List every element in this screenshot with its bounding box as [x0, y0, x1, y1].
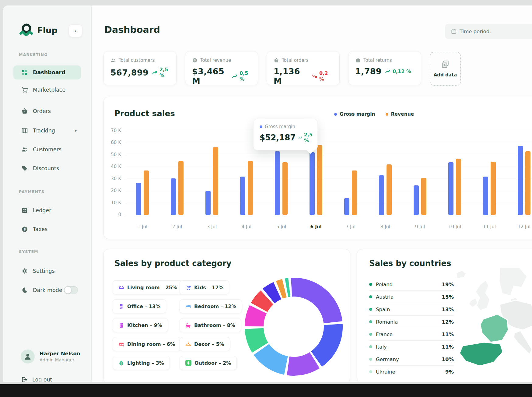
bar-gross-margin-2-Jul[interactable] [171, 178, 176, 215]
country-name: Austria [376, 294, 394, 300]
gridline [125, 215, 532, 215]
bar-revenue-1-Jul[interactable] [144, 170, 149, 215]
bar-revenue-8-Jul[interactable] [387, 164, 392, 215]
chevron-down-icon[interactable]: ▾ [75, 128, 77, 133]
dark-mode-toggle[interactable] [64, 286, 78, 294]
sidebar-collapse-button[interactable]: ‹ [69, 24, 82, 37]
country-name: Poland [376, 282, 393, 287]
bar-gross-margin-1-Jul[interactable] [136, 183, 141, 215]
sofa-icon [118, 285, 124, 290]
category-chip-living-room[interactable]: Living room – 25% [113, 280, 183, 294]
bar-revenue-9-Jul[interactable] [421, 178, 426, 215]
sidebar-item-ledger[interactable]: Ledger [13, 203, 81, 217]
sidebar-item-taxes[interactable]: $ Taxes [13, 222, 81, 236]
donut-segment-bathroom[interactable] [254, 309, 258, 326]
kpi-label: Total revenue [200, 58, 231, 63]
bar-gross-margin-7-Jul[interactable] [344, 198, 349, 215]
chip-label: Lighting – 3% [127, 360, 164, 366]
bar-revenue-12-Jul[interactable] [525, 151, 530, 215]
sidebar-item-tracking[interactable]: Tracking▾ [13, 124, 81, 138]
country-row-france[interactable]: France 11% [369, 328, 454, 341]
category-chip-kids[interactable]: Kids – 17% [180, 280, 229, 294]
country-row-austria[interactable]: Austria 15% [369, 291, 454, 303]
category-chip-office[interactable]: Office – 13% [113, 299, 166, 313]
donut-segment-decor[interactable] [269, 291, 277, 296]
category-chip-bedroom[interactable]: Bedroom – 12% [180, 299, 242, 313]
donut-segment-office[interactable] [261, 350, 286, 366]
bar-gross-margin-10-Jul[interactable] [448, 162, 453, 215]
avatar [21, 350, 35, 364]
x-axis-tick: 12 Jul [512, 224, 532, 230]
sidebar-item-label: Discounts [33, 165, 59, 171]
bar-gross-margin-12-Jul[interactable] [518, 146, 523, 215]
sidebar-item-dark-mode[interactable]: Dark mode [13, 283, 81, 297]
category-chip-lighting[interactable]: Lighting – 3% [113, 356, 170, 370]
sidebar-item-orders[interactable]: Orders [13, 104, 81, 118]
donut-segment-living-room[interactable] [292, 287, 333, 322]
category-chip-decor[interactable]: Decor – 5% [180, 337, 230, 351]
time-period-button[interactable]: Time period: [445, 24, 532, 39]
countries-card-title: Sales by countries [369, 259, 451, 268]
bar-gross-margin-8-Jul[interactable] [379, 175, 384, 215]
donut-segment-kitchen[interactable] [254, 328, 260, 348]
bar-gross-margin-4-Jul[interactable] [240, 177, 245, 215]
kpi-delta: 0,5 % [232, 70, 251, 82]
legend-item-revenue[interactable]: Revenue [386, 111, 414, 117]
bar-gross-margin-5-Jul[interactable] [275, 151, 280, 215]
add-data-button[interactable]: Add data [430, 52, 461, 86]
basket-icon [21, 108, 28, 114]
category-chip-bathroom[interactable]: Bathroom – 8% [180, 318, 241, 332]
category-chip-outdoor[interactable]: Outdoor – 2% [180, 356, 237, 370]
bed-icon [185, 304, 191, 309]
sidebar-item-settings[interactable]: Settings [13, 264, 81, 278]
bar-revenue-6-Jul[interactable] [317, 145, 322, 215]
bar-gross-margin-3-Jul[interactable] [205, 191, 211, 215]
user-profile[interactable]: Harper Nelson Admin Manager [21, 350, 80, 364]
category-card-title: Sales by product category [114, 259, 232, 268]
country-row-italy[interactable]: Italy 11% [369, 341, 454, 353]
bar-revenue-4-Jul[interactable] [248, 161, 253, 215]
sidebar-item-discounts[interactable]: Discounts [13, 161, 81, 175]
bar-revenue-5-Jul[interactable] [282, 162, 288, 215]
country-pct: 12% [442, 319, 454, 325]
donut-segment-outdoor[interactable] [287, 287, 289, 288]
country-row-ukraine[interactable]: Ukraine 9% [369, 366, 454, 378]
bar-revenue-7-Jul[interactable] [352, 170, 357, 215]
country-row-romania[interactable]: Romania 12% [369, 316, 454, 328]
donut-segment-lighting[interactable] [279, 288, 284, 290]
sidebar-item-dashboard[interactable]: Dashboard [13, 65, 81, 79]
kpi-card-total-revenue[interactable]: $ Total revenue $3,465 M 0,5 % [185, 51, 258, 85]
bar-revenue-3-Jul[interactable] [213, 147, 218, 215]
donut-segment-kids[interactable] [317, 325, 333, 359]
bar-revenue-2-Jul[interactable] [178, 161, 184, 215]
sidebar-item-marketplace[interactable]: Marketplace [13, 83, 81, 97]
bar-revenue-11-Jul[interactable] [491, 162, 496, 215]
dashboard-page: Flup ‹ MARKETING Dashboard Marketplace O… [0, 0, 532, 397]
cart-icon [21, 86, 28, 93]
donut-chart[interactable] [244, 277, 343, 376]
country-row-spain[interactable]: Spain 13% [369, 303, 454, 316]
country-row-poland[interactable]: Poland 19% [369, 278, 454, 291]
donut-segment-dining-room[interactable] [259, 297, 267, 307]
country-row-germany[interactable]: Germany 10% [369, 353, 454, 366]
country-dot [369, 358, 372, 361]
sidebar-item-customers[interactable]: Customers [13, 142, 81, 156]
legend-item-gross-margin[interactable]: Gross margin [334, 111, 375, 117]
bar-gross-margin-11-Jul[interactable] [483, 177, 488, 215]
app-logo[interactable]: Flup [19, 23, 58, 37]
kpi-card-total-orders[interactable]: Total orders 1,136 M 0,2 % [267, 51, 340, 85]
category-chip-kitchen[interactable]: Kitchen – 9% [113, 318, 168, 332]
category-chip-dining-room[interactable]: Dining room – 6% [113, 337, 181, 351]
bar-gross-margin-6-Jul[interactable] [310, 152, 315, 215]
logout-button[interactable]: Log out [21, 376, 52, 382]
moon-icon [21, 287, 28, 293]
y-axis-tick: 40 K [103, 164, 121, 169]
kpi-card-total-customers[interactable]: Total customers 567,899 2,5 % [103, 51, 177, 85]
donut-segment-bedroom[interactable] [288, 360, 315, 366]
chart-tooltip: Gross margin $52,187 2,5 % [253, 119, 318, 150]
svg-text:$: $ [23, 227, 26, 231]
kpi-card-total-returns[interactable]: Total returns 1,789 0,12 % [348, 51, 421, 85]
bar-gross-margin-9-Jul[interactable] [414, 185, 419, 215]
bar-revenue-10-Jul[interactable] [456, 159, 461, 215]
dashboard-icon [21, 69, 28, 76]
